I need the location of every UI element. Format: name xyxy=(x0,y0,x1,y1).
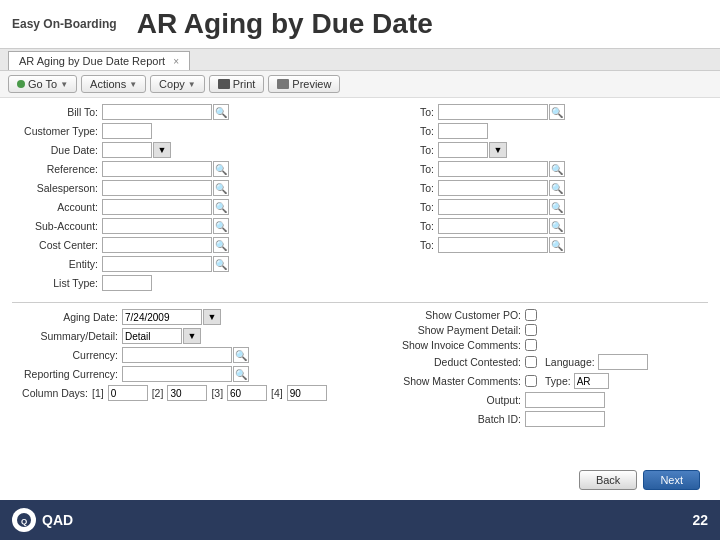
currency-input[interactable] xyxy=(122,347,232,363)
bill-to-input[interactable] xyxy=(102,104,212,120)
col-days-group: [1] [2] [3] [4] xyxy=(92,385,327,401)
deduct-contested-checkbox[interactable] xyxy=(525,356,537,368)
show-customer-po-label: Show Customer PO: xyxy=(365,309,525,321)
actions-button[interactable]: Actions ▼ xyxy=(81,75,146,93)
salesperson-search-button[interactable]: 🔍 xyxy=(213,180,229,196)
col-days-prefix-3: [3] xyxy=(211,387,223,399)
summary-detail-dropdown[interactable]: ▼ xyxy=(183,328,201,344)
col-days-prefix-1: [1] xyxy=(92,387,104,399)
deduct-contested-label: Deduct Contested: xyxy=(365,356,525,368)
copy-arrow-icon: ▼ xyxy=(188,80,196,89)
to-input-3[interactable] xyxy=(438,142,488,158)
summary-detail-row: Summary/Detail: ▼ xyxy=(12,328,355,344)
print-button[interactable]: Print xyxy=(209,75,265,93)
bill-to-row: Bill To: 🔍 xyxy=(12,104,352,120)
to-row-4: To: 🔍 xyxy=(368,161,708,177)
to-input-8[interactable] xyxy=(438,237,548,253)
to-input-4[interactable] xyxy=(438,161,548,177)
to-search-5[interactable]: 🔍 xyxy=(549,180,565,196)
col-days-input-4[interactable] xyxy=(287,385,327,401)
col-days-input-3[interactable] xyxy=(227,385,267,401)
brand-label: Easy On-Boarding xyxy=(12,17,117,31)
to-label-2: To: xyxy=(368,125,438,137)
to-input-6[interactable] xyxy=(438,199,548,215)
entity-search-button[interactable]: 🔍 xyxy=(213,256,229,272)
bill-to-search-button[interactable]: 🔍 xyxy=(213,104,229,120)
subaccount-search-button[interactable]: 🔍 xyxy=(213,218,229,234)
due-date-input[interactable] xyxy=(102,142,152,158)
to-row-5: To: 🔍 xyxy=(368,180,708,196)
back-button[interactable]: Back xyxy=(579,470,637,490)
output-input[interactable] xyxy=(525,392,605,408)
salesperson-input[interactable] xyxy=(102,180,212,196)
tab-close-icon[interactable]: × xyxy=(173,56,179,67)
to-label-3: To: xyxy=(368,144,438,156)
show-master-comments-checkbox[interactable] xyxy=(525,375,537,387)
to-search-8[interactable]: 🔍 xyxy=(549,237,565,253)
deduct-contested-row: Deduct Contested: Language: xyxy=(365,354,708,370)
to-input-2[interactable] xyxy=(438,123,488,139)
subaccount-input[interactable] xyxy=(102,218,212,234)
output-row: Output: xyxy=(365,392,708,408)
reference-row: Reference: 🔍 xyxy=(12,161,352,177)
account-input[interactable] xyxy=(102,199,212,215)
show-master-comments-row: Show Master Comments: Type: xyxy=(365,373,708,389)
to-input-7[interactable] xyxy=(438,218,548,234)
to-search-7[interactable]: 🔍 xyxy=(549,218,565,234)
toolbar: Go To ▼ Actions ▼ Copy ▼ Print Preview xyxy=(0,71,720,98)
to-input-1[interactable] xyxy=(438,104,548,120)
batch-id-input[interactable] xyxy=(525,411,605,427)
show-customer-po-checkbox[interactable] xyxy=(525,309,537,321)
reference-search-button[interactable]: 🔍 xyxy=(213,161,229,177)
due-date-row: Due Date: ▼ xyxy=(12,142,352,158)
account-label: Account: xyxy=(12,201,102,213)
show-payment-detail-checkbox[interactable] xyxy=(525,324,537,336)
copy-button[interactable]: Copy ▼ xyxy=(150,75,205,93)
to-input-5[interactable] xyxy=(438,180,548,196)
due-date-dropdown-button[interactable]: ▼ xyxy=(153,142,171,158)
list-type-input[interactable] xyxy=(102,275,152,291)
to-dropdown-3[interactable]: ▼ xyxy=(489,142,507,158)
to-search-6[interactable]: 🔍 xyxy=(549,199,565,215)
aging-date-input[interactable] xyxy=(122,309,202,325)
footer-logo-text: QAD xyxy=(42,512,73,528)
show-invoice-comments-checkbox[interactable] xyxy=(525,339,537,351)
type-input[interactable] xyxy=(574,373,609,389)
show-payment-detail-label: Show Payment Detail: xyxy=(365,324,525,336)
col-days-input-1[interactable] xyxy=(108,385,148,401)
tab-ar-aging[interactable]: AR Aging by Due Date Report × xyxy=(8,51,190,70)
reporting-currency-input[interactable] xyxy=(122,366,232,382)
subaccount-row: Sub-Account: 🔍 xyxy=(12,218,352,234)
settings-row: Aging Date: ▼ Summary/Detail: ▼ Currency… xyxy=(0,305,720,432)
to-search-1[interactable]: 🔍 xyxy=(549,104,565,120)
currency-search[interactable]: 🔍 xyxy=(233,347,249,363)
language-input[interactable] xyxy=(598,354,648,370)
aging-date-row: Aging Date: ▼ xyxy=(12,309,355,325)
reference-input[interactable] xyxy=(102,161,212,177)
footer-logo: Q QAD xyxy=(12,508,73,532)
cost-center-label: Cost Center: xyxy=(12,239,102,251)
reporting-currency-search[interactable]: 🔍 xyxy=(233,366,249,382)
cost-center-input[interactable] xyxy=(102,237,212,253)
summary-detail-input[interactable] xyxy=(122,328,182,344)
aging-date-dropdown[interactable]: ▼ xyxy=(203,309,221,325)
account-search-button[interactable]: 🔍 xyxy=(213,199,229,215)
to-row-2: To: xyxy=(368,123,708,139)
col-days-input-2[interactable] xyxy=(167,385,207,401)
tab-bar: AR Aging by Due Date Report × xyxy=(0,48,720,71)
preview-button[interactable]: Preview xyxy=(268,75,340,93)
cost-center-search-button[interactable]: 🔍 xyxy=(213,237,229,253)
entity-input[interactable] xyxy=(102,256,212,272)
bill-to-label: Bill To: xyxy=(12,106,102,118)
next-button[interactable]: Next xyxy=(643,470,700,490)
col-days-row: Column Days: [1] [2] [3] [4] xyxy=(12,385,355,401)
goto-button[interactable]: Go To ▼ xyxy=(8,75,77,93)
customer-type-input[interactable] xyxy=(102,123,152,139)
reference-label: Reference: xyxy=(12,163,102,175)
goto-arrow-icon: ▼ xyxy=(60,80,68,89)
language-label: Language: xyxy=(545,356,595,368)
to-search-4[interactable]: 🔍 xyxy=(549,161,565,177)
entity-label: Entity: xyxy=(12,258,102,270)
summary-detail-label: Summary/Detail: xyxy=(12,330,122,342)
reporting-currency-label: Reporting Currency: xyxy=(12,368,122,380)
